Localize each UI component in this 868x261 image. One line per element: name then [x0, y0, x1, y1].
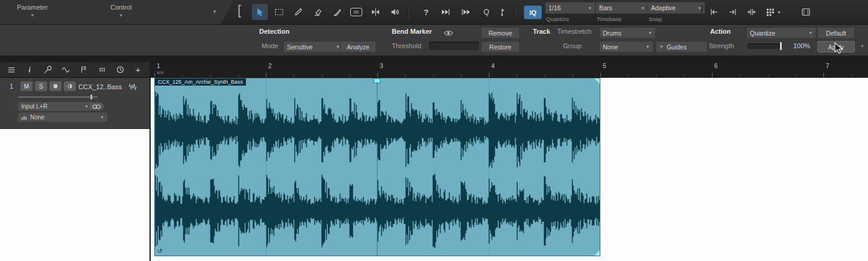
- tab-control[interactable]: Control ▼: [110, 4, 131, 17]
- grid-options-button[interactable]: [95, 63, 108, 77]
- action-select[interactable]: Quantize ▼: [746, 27, 816, 39]
- ruler-bar-number: 3: [380, 63, 383, 69]
- guides-select[interactable]: ▼ Guides: [656, 41, 708, 52]
- tab-overflow-chevron-icon[interactable]: ▼: [212, 9, 217, 14]
- pencil-tool-button[interactable]: [291, 4, 306, 20]
- grid-view-dropdown[interactable]: ▼: [762, 4, 785, 20]
- solo-label: S: [39, 83, 43, 90]
- stereo-toggle[interactable]: [89, 102, 104, 110]
- timebase-select[interactable]: Bars ▼: [596, 2, 649, 14]
- quantize-tool-button[interactable]: Q: [479, 4, 494, 20]
- ruler-tick: [182, 75, 183, 77]
- ruler-tick: [210, 75, 211, 77]
- solo-button[interactable]: S: [35, 81, 47, 91]
- ruler[interactable]: 4/4 1234567: [149, 62, 868, 77]
- ruler-tick: [294, 75, 294, 77]
- range-tool-button[interactable]: [271, 4, 287, 20]
- film-strip-icon: [800, 7, 811, 17]
- detection-mode-select[interactable]: Sensitive ▼: [283, 41, 344, 52]
- clip-resize-handle-bottom-right[interactable]: [594, 250, 600, 256]
- group-select[interactable]: None ▼: [599, 41, 653, 52]
- analyze-label: Analyze: [347, 43, 369, 51]
- bend-play-forward-button[interactable]: [438, 4, 453, 20]
- add-track-button[interactable]: +: [131, 63, 145, 77]
- menu-icon: [7, 66, 16, 74]
- extend-to-end-button[interactable]: [725, 4, 740, 20]
- sine-wave-icon: [61, 66, 71, 74]
- bend-play-from-button[interactable]: [458, 4, 474, 20]
- track-name[interactable]: CCX_12..Bass: [78, 83, 125, 90]
- remove-bend-button[interactable]: Remove: [481, 27, 520, 39]
- strength-slider-handle[interactable]: [780, 42, 782, 50]
- help-tool-button[interactable]: ?: [418, 4, 434, 20]
- range-tool-icon: [274, 7, 284, 17]
- edit-area: 1 M S CCX_12..Bass Input L+R ▼: [0, 78, 868, 261]
- ruler-bar-number: 4: [491, 63, 495, 69]
- eye-icon[interactable]: [444, 30, 453, 37]
- chevron-down-icon: ▼: [30, 13, 34, 17]
- analyze-button[interactable]: Analyze: [340, 41, 376, 52]
- default-button[interactable]: Default: [817, 27, 855, 39]
- quantize-select[interactable]: 1/16 ▼: [545, 2, 596, 14]
- strength-slider[interactable]: [747, 43, 782, 49]
- chevron-down-icon: ▼: [659, 45, 664, 49]
- chevron-down-icon: ▼: [641, 6, 645, 10]
- bend-marker-title: Bend Marker: [392, 28, 432, 35]
- clip-loop-icon[interactable]: ↺: [157, 248, 162, 254]
- input-select[interactable]: Input L+R ▼: [18, 102, 92, 111]
- edit-toolbar-icons: i +: [0, 62, 149, 77]
- timebase-group: Bars ▼ Timebase: [596, 2, 649, 22]
- split-tool-button[interactable]: [368, 4, 383, 20]
- insert-select[interactable]: None ▼: [18, 113, 107, 122]
- ruler-tick: [350, 75, 350, 77]
- track-number: 1: [10, 83, 13, 90]
- macro-panel-button[interactable]: [798, 4, 814, 20]
- tab-parameter-label: Parameter: [17, 4, 48, 11]
- extend-to-start-button[interactable]: [706, 4, 722, 20]
- record-arm-button[interactable]: [49, 81, 61, 91]
- threshold-slider[interactable]: [429, 42, 479, 50]
- tool-group-bracket: [: [237, 2, 241, 18]
- default-label: Default: [826, 30, 846, 37]
- snap-select[interactable]: Adaptive ▼: [647, 2, 705, 14]
- listen-tool-button[interactable]: [387, 4, 403, 20]
- guides-label: Guides: [667, 43, 687, 51]
- ruler-tick: [322, 75, 322, 77]
- edit-header-bar: i + 4/4 1234567: [0, 62, 868, 78]
- timer-button[interactable]: [113, 63, 127, 77]
- bar-gridline: [377, 78, 378, 256]
- panel-scroll-chevron-icon[interactable]: ▼: [860, 44, 864, 48]
- volume-fader-track[interactable]: [18, 96, 98, 98]
- eraser-tool-button[interactable]: [310, 4, 326, 20]
- divider: [149, 78, 151, 261]
- clip-resize-handle-top-right[interactable]: [594, 78, 600, 84]
- bend-marker-tool-button[interactable]: [494, 4, 510, 20]
- listen-tool-icon: [390, 7, 400, 17]
- restore-bend-button[interactable]: Restore: [481, 41, 520, 52]
- arrow-tool-button[interactable]: [252, 4, 268, 20]
- volume-fader-handle[interactable]: [90, 95, 92, 99]
- chevron-down-icon: ▼: [808, 31, 813, 35]
- mute-tool-button[interactable]: m: [348, 4, 364, 20]
- channel-mode-button[interactable]: [64, 81, 76, 91]
- bend-curve-button[interactable]: [59, 63, 72, 77]
- audio-clip[interactable]: CCX_125_Am_Archie_Synth_Bass ↺: [154, 78, 600, 256]
- info-button[interactable]: i: [23, 63, 36, 77]
- clock-icon: [116, 65, 125, 74]
- bar-gridline: [489, 78, 489, 256]
- paint-tool-button[interactable]: [329, 4, 345, 20]
- tools-button[interactable]: [41, 63, 54, 77]
- menu-button[interactable]: [5, 63, 18, 77]
- iq-toggle-button[interactable]: IQ: [524, 5, 542, 19]
- marker-flag-button[interactable]: [77, 63, 90, 77]
- ruler-tick: [628, 75, 629, 77]
- timestretch-select[interactable]: Drums ▼: [599, 27, 656, 39]
- group-label: Group: [563, 42, 582, 49]
- track-header[interactable]: 1 M S CCX_12..Bass Input L+R ▼: [0, 78, 149, 129]
- track-panel-title: Track: [533, 28, 550, 35]
- tab-parameter[interactable]: Parameter ▼: [17, 4, 48, 17]
- ruler-tick: [600, 73, 601, 77]
- mute-tool-icon: m: [350, 8, 362, 16]
- ruler-bar-number: 6: [714, 63, 718, 69]
- mute-button[interactable]: M: [20, 81, 33, 91]
